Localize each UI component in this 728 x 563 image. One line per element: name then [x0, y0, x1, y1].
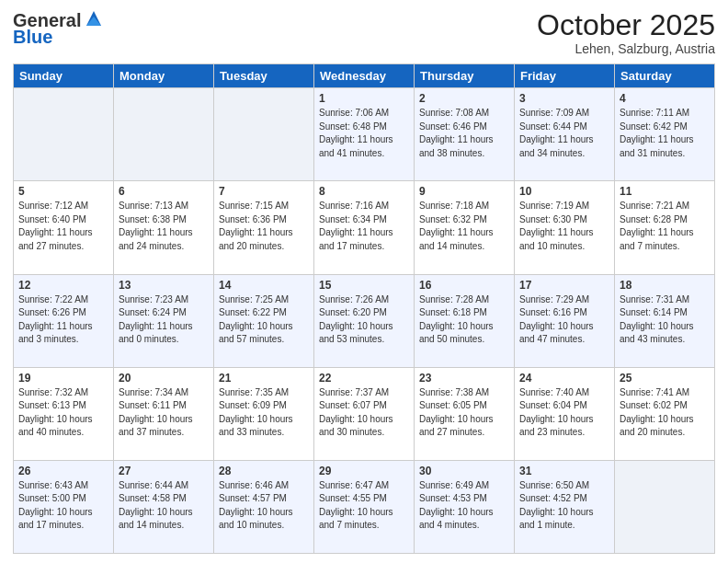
day-info: Sunrise: 6:47 AM Sunset: 4:55 PM Dayligh… [319, 479, 409, 533]
logo-blue-text: Blue [13, 28, 103, 46]
calendar-cell: 12Sunrise: 7:22 AM Sunset: 6:26 PM Dayli… [14, 274, 114, 367]
day-info: Sunrise: 7:08 AM Sunset: 6:46 PM Dayligh… [419, 107, 509, 160]
calendar-cell: 19Sunrise: 7:32 AM Sunset: 6:13 PM Dayli… [14, 367, 114, 460]
day-info: Sunrise: 7:13 AM Sunset: 6:38 PM Dayligh… [119, 200, 209, 253]
calendar-cell [615, 460, 715, 553]
day-info: Sunrise: 6:46 AM Sunset: 4:57 PM Dayligh… [219, 479, 309, 533]
logo: General Blue [13, 9, 103, 46]
day-number: 25 [620, 372, 710, 385]
day-number: 21 [219, 372, 309, 385]
day-number: 16 [419, 279, 509, 292]
day-number: 5 [18, 185, 108, 198]
calendar-cell: 26Sunrise: 6:43 AM Sunset: 5:00 PM Dayli… [14, 460, 114, 553]
calendar-cell: 7Sunrise: 7:15 AM Sunset: 6:36 PM Daylig… [214, 181, 314, 274]
calendar-cell: 15Sunrise: 7:26 AM Sunset: 6:20 PM Dayli… [314, 274, 415, 367]
day-info: Sunrise: 7:26 AM Sunset: 6:20 PM Dayligh… [319, 293, 409, 347]
weekday-header-tuesday: Tuesday [214, 64, 314, 88]
calendar-cell: 13Sunrise: 7:23 AM Sunset: 6:24 PM Dayli… [114, 274, 214, 367]
weekday-header-thursday: Thursday [415, 64, 515, 88]
svg-marker-1 [86, 17, 101, 26]
day-info: Sunrise: 7:28 AM Sunset: 6:18 PM Dayligh… [419, 293, 509, 347]
day-info: Sunrise: 7:15 AM Sunset: 6:36 PM Dayligh… [219, 200, 309, 253]
day-info: Sunrise: 6:44 AM Sunset: 4:58 PM Dayligh… [119, 479, 209, 533]
day-number: 15 [319, 279, 409, 292]
calendar-cell: 14Sunrise: 7:25 AM Sunset: 6:22 PM Dayli… [214, 274, 314, 367]
day-info: Sunrise: 7:37 AM Sunset: 6:07 PM Dayligh… [319, 386, 409, 440]
calendar-cell: 1Sunrise: 7:06 AM Sunset: 6:48 PM Daylig… [314, 88, 415, 181]
day-number: 10 [519, 185, 609, 198]
location: Lehen, Salzburg, Austria [537, 41, 715, 56]
calendar-cell [114, 88, 214, 181]
day-info: Sunrise: 7:19 AM Sunset: 6:30 PM Dayligh… [519, 200, 609, 253]
day-info: Sunrise: 7:06 AM Sunset: 6:48 PM Dayligh… [319, 107, 409, 160]
day-info: Sunrise: 7:35 AM Sunset: 6:09 PM Dayligh… [219, 386, 309, 440]
day-number: 9 [419, 185, 509, 198]
calendar-cell: 8Sunrise: 7:16 AM Sunset: 6:34 PM Daylig… [314, 181, 415, 274]
calendar-cell: 23Sunrise: 7:38 AM Sunset: 6:05 PM Dayli… [415, 367, 515, 460]
day-info: Sunrise: 7:11 AM Sunset: 6:42 PM Dayligh… [620, 107, 710, 160]
calendar-cell: 24Sunrise: 7:40 AM Sunset: 6:04 PM Dayli… [515, 367, 615, 460]
day-number: 17 [519, 279, 609, 292]
day-number: 24 [519, 372, 609, 385]
day-info: Sunrise: 7:29 AM Sunset: 6:16 PM Dayligh… [519, 293, 609, 347]
day-number: 26 [18, 465, 108, 477]
header: General Blue October 2025 Lehen, Salzbur… [13, 9, 715, 56]
day-number: 29 [319, 465, 409, 477]
day-info: Sunrise: 7:31 AM Sunset: 6:14 PM Dayligh… [620, 293, 710, 347]
calendar-cell: 6Sunrise: 7:13 AM Sunset: 6:38 PM Daylig… [114, 181, 214, 274]
day-number: 31 [519, 465, 609, 477]
day-number: 13 [119, 279, 209, 292]
day-number: 7 [219, 185, 309, 198]
day-info: Sunrise: 6:49 AM Sunset: 4:53 PM Dayligh… [419, 479, 509, 533]
day-info: Sunrise: 7:34 AM Sunset: 6:11 PM Dayligh… [119, 386, 209, 440]
calendar-cell: 25Sunrise: 7:41 AM Sunset: 6:02 PM Dayli… [615, 367, 715, 460]
calendar-cell: 2Sunrise: 7:08 AM Sunset: 6:46 PM Daylig… [415, 88, 515, 181]
day-number: 4 [620, 92, 710, 105]
day-number: 30 [419, 465, 509, 477]
day-number: 12 [18, 279, 108, 292]
calendar-cell: 11Sunrise: 7:21 AM Sunset: 6:28 PM Dayli… [615, 181, 715, 274]
day-number: 27 [119, 465, 209, 477]
calendar-cell [214, 88, 314, 181]
page: General Blue October 2025 Lehen, Salzbur… [0, 0, 728, 563]
day-number: 22 [319, 372, 409, 385]
calendar-cell: 10Sunrise: 7:19 AM Sunset: 6:30 PM Dayli… [515, 181, 615, 274]
calendar-cell: 16Sunrise: 7:28 AM Sunset: 6:18 PM Dayli… [415, 274, 515, 367]
day-number: 6 [119, 185, 209, 198]
calendar-table: SundayMondayTuesdayWednesdayThursdayFrid… [13, 63, 715, 554]
day-number: 8 [319, 185, 409, 198]
logo-icon [85, 9, 103, 29]
calendar-cell: 3Sunrise: 7:09 AM Sunset: 6:44 PM Daylig… [515, 88, 615, 181]
weekday-header-sunday: Sunday [14, 64, 114, 88]
day-number: 18 [620, 279, 710, 292]
day-number: 1 [319, 92, 409, 105]
day-number: 2 [419, 92, 509, 105]
weekday-header-row: SundayMondayTuesdayWednesdayThursdayFrid… [14, 64, 715, 88]
weekday-header-wednesday: Wednesday [314, 64, 415, 88]
day-number: 14 [219, 279, 309, 292]
weekday-header-friday: Friday [515, 64, 615, 88]
calendar-cell: 28Sunrise: 6:46 AM Sunset: 4:57 PM Dayli… [214, 460, 314, 553]
day-number: 23 [419, 372, 509, 385]
calendar-cell: 29Sunrise: 6:47 AM Sunset: 4:55 PM Dayli… [314, 460, 415, 553]
month-title: October 2025 [537, 9, 715, 41]
calendar-week-3: 12Sunrise: 7:22 AM Sunset: 6:26 PM Dayli… [14, 274, 715, 367]
calendar-cell: 22Sunrise: 7:37 AM Sunset: 6:07 PM Dayli… [314, 367, 415, 460]
day-info: Sunrise: 7:21 AM Sunset: 6:28 PM Dayligh… [620, 200, 710, 253]
day-info: Sunrise: 7:12 AM Sunset: 6:40 PM Dayligh… [18, 200, 108, 253]
calendar-cell: 4Sunrise: 7:11 AM Sunset: 6:42 PM Daylig… [615, 88, 715, 181]
day-info: Sunrise: 6:50 AM Sunset: 4:52 PM Dayligh… [519, 479, 609, 533]
day-info: Sunrise: 7:41 AM Sunset: 6:02 PM Dayligh… [620, 386, 710, 440]
weekday-header-saturday: Saturday [615, 64, 715, 88]
day-number: 3 [519, 92, 609, 105]
day-number: 28 [219, 465, 309, 477]
day-number: 11 [620, 185, 710, 198]
calendar-cell: 20Sunrise: 7:34 AM Sunset: 6:11 PM Dayli… [114, 367, 214, 460]
day-info: Sunrise: 7:25 AM Sunset: 6:22 PM Dayligh… [219, 293, 309, 347]
calendar-cell: 21Sunrise: 7:35 AM Sunset: 6:09 PM Dayli… [214, 367, 314, 460]
calendar-cell: 31Sunrise: 6:50 AM Sunset: 4:52 PM Dayli… [515, 460, 615, 553]
day-info: Sunrise: 7:32 AM Sunset: 6:13 PM Dayligh… [18, 386, 108, 440]
day-info: Sunrise: 7:40 AM Sunset: 6:04 PM Dayligh… [519, 386, 609, 440]
calendar-week-5: 26Sunrise: 6:43 AM Sunset: 5:00 PM Dayli… [14, 460, 715, 553]
day-info: Sunrise: 7:18 AM Sunset: 6:32 PM Dayligh… [419, 200, 509, 253]
